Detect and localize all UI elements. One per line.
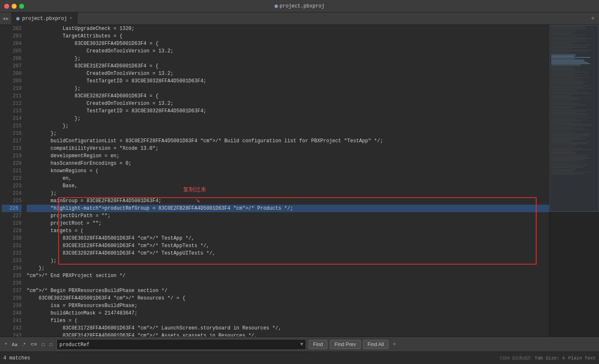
find-option-case[interactable]: Aa: [10, 341, 19, 348]
minimap: [549, 25, 599, 337]
maximize-button[interactable]: [19, 4, 24, 9]
code-content[interactable]: LastUpgradeCheck = 1320; TargetAttribute…: [25, 25, 549, 337]
find-close-icon[interactable]: ×: [393, 341, 396, 348]
find-options: * Aa .* ⊂≡ □ □: [3, 341, 54, 348]
tab-close-icon[interactable]: ×: [69, 16, 72, 21]
nav-arrows[interactable]: ◀ ▶: [0, 16, 11, 21]
forward-icon[interactable]: ▶: [6, 16, 9, 21]
find-option-regex[interactable]: .*: [21, 341, 27, 348]
find-prev-button[interactable]: Find Prev: [330, 340, 360, 349]
file-icon: [275, 5, 278, 8]
tab-file-icon: [16, 17, 20, 20]
find-dropdown-icon[interactable]: ▼: [300, 342, 303, 347]
status-left: 4 matches: [3, 355, 30, 361]
status-right: CSDN @后裔戒匠 Tab Size: 4 Plain Text: [500, 355, 596, 361]
find-option-wildcard[interactable]: *: [3, 341, 8, 348]
statusbar: 4 matches CSDN @后裔戒匠 Tab Size: 4 Plain T…: [0, 352, 599, 364]
window-controls[interactable]: [4, 4, 24, 9]
tab-size-info: Tab Size: 4: [535, 356, 565, 361]
matches-count: 4 matches: [3, 355, 30, 361]
find-input-container: ▼: [57, 339, 306, 350]
find-option-extra[interactable]: □: [48, 341, 54, 348]
tabbar: ◀ ▶ project.pbxproj × +: [0, 12, 599, 25]
back-icon[interactable]: ◀: [2, 16, 5, 21]
find-all-button[interactable]: Find All: [363, 340, 389, 349]
close-button[interactable]: [4, 4, 9, 9]
find-option-scope[interactable]: ⊂≡: [29, 341, 38, 348]
tab-project-pbxproj[interactable]: project.pbxproj ×: [11, 12, 77, 25]
new-tab-button[interactable]: +: [587, 15, 599, 22]
find-button[interactable]: Find: [309, 340, 327, 349]
editor-container: 2022032042052062072082092102112122132142…: [0, 25, 599, 337]
window-title: project.pbxproj: [275, 3, 324, 9]
code-area: 2022032042052062072082092102112122132142…: [0, 25, 549, 337]
line-numbers: 2022032042052062072082092102112122132142…: [0, 25, 25, 337]
tab-label: project.pbxproj: [22, 16, 67, 22]
find-option-wrap[interactable]: □: [40, 341, 47, 348]
find-bar: * Aa .* ⊂≡ □ □ ▼ Find Find Prev Find All…: [0, 337, 599, 352]
minimize-button[interactable]: [12, 4, 17, 9]
title-text: project.pbxproj: [280, 3, 324, 9]
find-input[interactable]: [59, 339, 300, 349]
watermark: CSDN @后裔戒匠: [500, 355, 531, 361]
titlebar: project.pbxproj: [0, 0, 599, 12]
file-type-info: Plain Text: [568, 356, 596, 361]
